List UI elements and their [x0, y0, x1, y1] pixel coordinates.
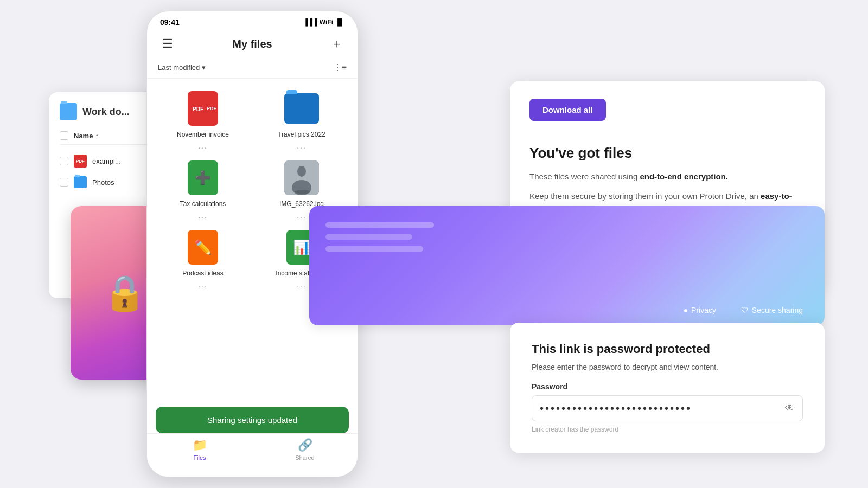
file-name-label: November invoice [177, 131, 229, 138]
podcast-icon: ✏️ [188, 230, 218, 265]
folder-icon [60, 103, 77, 120]
password-card-desc: Please enter the password to decrypt and… [532, 363, 803, 371]
password-card-title: This link is password protected [532, 342, 803, 356]
bottom-nav: 📁 Files 🔗 Shared [147, 433, 358, 477]
svg-point-3 [297, 166, 306, 177]
row-checkbox[interactable] [60, 178, 68, 187]
spreadsheet-icon: ➕ [188, 160, 218, 195]
time-display: 09:41 [160, 18, 180, 27]
shield-icon: 🛡 [741, 306, 749, 314]
list-item[interactable]: PDF November invoice ... [158, 89, 248, 150]
lock-icon: 🔒 [103, 273, 146, 313]
password-input[interactable]: •••••••••••••••••••••••••••• [540, 402, 781, 415]
password-card: This link is password protected Please e… [510, 323, 825, 453]
blur-content [326, 222, 434, 252]
list-item[interactable]: ➕ Tax calculations ... [158, 159, 248, 220]
pdf-file-svg: PDF [189, 98, 207, 119]
file-options[interactable]: ... [297, 211, 307, 220]
pdf-icon: PDF [74, 155, 87, 168]
work-doc-title: Work do... [82, 106, 130, 118]
file-options[interactable]: ... [198, 211, 208, 220]
shared-files-title: You've got files [529, 145, 805, 162]
download-btn-wrap: Download all [529, 99, 805, 134]
password-input-wrapper: •••••••••••••••••••••••••••• 👁 [532, 395, 803, 421]
photo-image [284, 160, 319, 195]
files-nav-icon: 📁 [193, 438, 207, 452]
password-label: Password [532, 382, 803, 391]
menu-button[interactable]: ☰ [158, 34, 177, 54]
file-options[interactable]: ... [297, 280, 307, 289]
password-hint: Link creator has the password [532, 426, 803, 433]
toast-notification: Sharing settings updated [156, 407, 349, 433]
row-checkbox[interactable] [60, 157, 68, 165]
file-name-label: Travel pics 2022 [278, 131, 326, 138]
sort-filter-button[interactable]: Last modified ▾ [158, 63, 206, 72]
file-options[interactable]: ... [198, 280, 208, 289]
svg-point-5 [295, 190, 310, 194]
svg-text:PDF: PDF [193, 106, 203, 112]
list-item[interactable]: ✏️ Podcast ideas ... [158, 228, 248, 289]
folder-icon [74, 176, 87, 188]
shared-nav-label: Shared [295, 454, 314, 461]
file-options[interactable]: ... [297, 142, 307, 150]
filter-bar: Last modified ▾ ⋮≡ [147, 60, 358, 79]
signal-icon: ▐▐▐ [303, 18, 317, 26]
photo-thumbnail [284, 160, 319, 195]
chevron-down-icon: ▾ [202, 63, 206, 72]
privacy-badge: ● Privacy [684, 306, 716, 314]
file-icon-container [283, 159, 321, 197]
page-title: My files [232, 38, 272, 50]
list-item[interactable]: Travel pics 2022 ... [257, 89, 347, 150]
file-name-label: Tax calculations [180, 200, 226, 208]
add-button[interactable]: ＋ [327, 34, 347, 54]
wifi-icon: WiFi [320, 18, 333, 26]
file-icon-container: PDF [184, 89, 222, 127]
purple-gradient-section: ● Privacy 🛡 Secure sharing [309, 206, 825, 325]
file-icon-container [283, 89, 321, 127]
pdf-icon: PDF [188, 91, 218, 126]
file-options[interactable]: ... [198, 142, 208, 150]
name-column-header[interactable]: Name ↑ [74, 132, 99, 140]
phone-header: ☰ My files ＋ [147, 30, 358, 60]
files-nav-label: Files [193, 454, 206, 461]
secure-sharing-badge: 🛡 Secure sharing [741, 306, 803, 314]
shared-nav-icon: 🔗 [298, 438, 312, 452]
folder-icon [284, 93, 319, 124]
nav-item-files[interactable]: 📁 Files [147, 438, 252, 466]
status-icons: ▐▐▐ WiFi ▐▌ [303, 18, 344, 26]
select-all-checkbox[interactable] [60, 131, 68, 140]
shared-files-desc1: These files were shared using end-to-end… [529, 170, 805, 183]
photo-svg [284, 160, 319, 195]
nav-item-shared[interactable]: 🔗 Shared [252, 438, 358, 466]
file-name: exampl... [92, 157, 121, 165]
file-icon-container: ✏️ [184, 228, 222, 266]
battery-icon: ▐▌ [335, 18, 344, 26]
file-name: Photos [92, 178, 114, 187]
grid-view-button[interactable]: ⋮≡ [333, 62, 347, 73]
download-all-button[interactable]: Download all [529, 99, 606, 121]
file-name-label: Podcast ideas [182, 269, 223, 277]
privacy-icon: ● [684, 306, 688, 314]
file-icon-container: ➕ [184, 159, 222, 197]
toggle-password-icon[interactable]: 👁 [785, 403, 795, 414]
status-bar: 09:41 ▐▐▐ WiFi ▐▌ [147, 11, 358, 30]
